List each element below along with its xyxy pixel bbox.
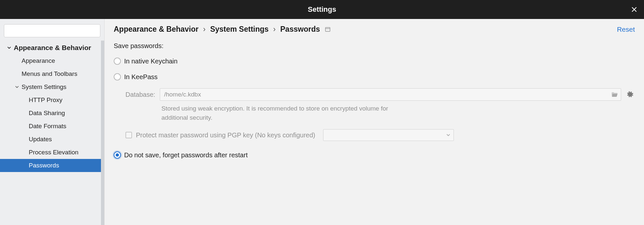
tree-item-label: Data Sharing: [29, 110, 65, 117]
search-input[interactable]: [4, 24, 100, 37]
protect-pgp-label: Protect master password using PGP key (N…: [136, 131, 315, 139]
tree-item-date-formats[interactable]: Date Formats: [0, 120, 104, 133]
tree-item-data-sharing[interactable]: Data Sharing: [0, 107, 104, 120]
radio-icon: [114, 151, 121, 159]
radio-label: In native Keychain: [124, 58, 177, 65]
tree-item-appearance-behavior[interactable]: Appearance & Behavior: [0, 41, 104, 54]
database-hint: Stored using weak encryption. It is reco…: [161, 104, 410, 122]
radio-icon: [114, 58, 121, 65]
tree-item-label: Updates: [29, 136, 52, 143]
tree-item-label: System Settings: [22, 83, 66, 91]
main-panel: Appearance & Behavior › System Settings …: [105, 19, 644, 225]
close-button[interactable]: [630, 5, 639, 14]
titlebar: Settings: [0, 0, 644, 19]
radio-label: Do not save, forget passwords after rest…: [124, 151, 248, 159]
settings-tree: Appearance & Behavior Appearance Menus a…: [0, 41, 104, 225]
chevron-down-icon: [6, 46, 12, 50]
radio-do-not-save[interactable]: Do not save, forget passwords after rest…: [114, 149, 635, 161]
protect-pgp-checkbox: [125, 132, 132, 138]
tree-item-system-settings[interactable]: System Settings: [0, 80, 104, 94]
tree-item-label: HTTP Proxy: [29, 96, 62, 104]
tree-item-appearance[interactable]: Appearance: [0, 54, 104, 67]
breadcrumb-item: Passwords: [280, 25, 320, 34]
gear-icon: [627, 91, 634, 98]
tree-item-http-proxy[interactable]: HTTP Proxy: [0, 94, 104, 107]
tree-item-label: Appearance: [22, 57, 55, 64]
close-icon: [631, 7, 637, 12]
chevron-right-icon: ›: [273, 25, 276, 34]
tree-item-label: Menus and Toolbars: [22, 70, 77, 78]
sidebar: ▾ Appearance & Behavior Appearance Menus…: [0, 19, 105, 225]
tree-item-label: Passwords: [29, 162, 59, 169]
folder-open-icon: [611, 92, 618, 97]
chevron-right-icon: ›: [203, 25, 206, 34]
chevron-down-icon: [14, 85, 20, 89]
tree-item-label: Date Formats: [29, 123, 66, 130]
database-label: Database:: [125, 91, 155, 98]
window-title: Settings: [308, 5, 336, 14]
chevron-down-icon: [446, 133, 450, 137]
radio-icon: [114, 73, 121, 80]
svg-rect-1: [325, 27, 330, 31]
window-icon: [325, 27, 330, 32]
database-path-input: [160, 88, 621, 101]
reset-link[interactable]: Reset: [617, 26, 635, 33]
tree-item-menus-toolbars[interactable]: Menus and Toolbars: [0, 67, 104, 80]
tree-item-updates[interactable]: Updates: [0, 133, 104, 146]
tree-item-label: Appearance & Behavior: [14, 44, 91, 52]
pgp-key-combo: [323, 129, 454, 141]
radio-native-keychain[interactable]: In native Keychain: [114, 55, 635, 67]
gear-button[interactable]: [626, 90, 635, 99]
keepass-sub-block: Database: Stored using weak encryption. …: [125, 88, 635, 141]
radio-keepass[interactable]: In KeePass: [114, 71, 635, 83]
tree-item-process-elevation[interactable]: Process Elevation: [0, 146, 104, 159]
save-passwords-label: Save passwords:: [114, 42, 635, 50]
tree-item-passwords[interactable]: Passwords: [0, 159, 104, 172]
radio-label: In KeePass: [124, 73, 157, 81]
breadcrumb-item[interactable]: Appearance & Behavior: [114, 25, 198, 34]
breadcrumb-item[interactable]: System Settings: [210, 25, 269, 34]
breadcrumb: Appearance & Behavior › System Settings …: [114, 25, 635, 34]
tree-item-label: Process Elevation: [29, 149, 78, 156]
scrollbar[interactable]: [101, 41, 104, 225]
